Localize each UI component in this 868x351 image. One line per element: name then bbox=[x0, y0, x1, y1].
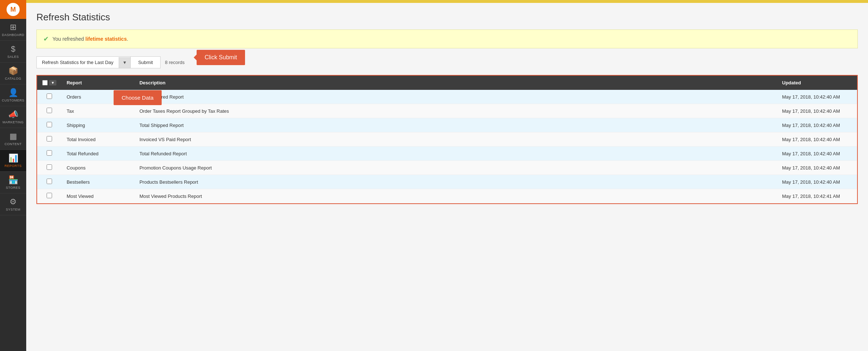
row-updated: May 17, 2018, 10:42:40 AM bbox=[777, 90, 857, 104]
row-description: Invoiced VS Paid Report bbox=[134, 132, 777, 147]
row-checkbox[interactable] bbox=[47, 150, 52, 156]
row-checkbox[interactable] bbox=[47, 136, 52, 141]
marketing-icon: 📣 bbox=[8, 110, 18, 119]
system-icon: ⚙ bbox=[9, 197, 17, 207]
sales-icon: $ bbox=[11, 44, 15, 54]
row-updated: May 17, 2018, 10:42:41 AM bbox=[777, 189, 857, 203]
logo-circle: M bbox=[7, 3, 20, 16]
system-label: SYSTEM bbox=[6, 208, 20, 211]
sidebar-item-catalog[interactable]: 📦CATALOG bbox=[0, 63, 26, 84]
catalog-icon: 📦 bbox=[8, 66, 18, 76]
row-checkbox[interactable] bbox=[47, 164, 52, 170]
row-checkbox-cell bbox=[37, 132, 62, 147]
row-checkbox-cell bbox=[37, 175, 62, 189]
sidebar-item-marketing[interactable]: 📣MARKETING bbox=[0, 106, 26, 128]
top-bar bbox=[26, 0, 868, 3]
logo-text: M bbox=[11, 6, 16, 13]
row-updated: May 17, 2018, 10:42:40 AM bbox=[777, 175, 857, 189]
content-label: CONTENT bbox=[5, 142, 22, 146]
row-checkbox[interactable] bbox=[47, 93, 52, 99]
reports-label: REPORTS bbox=[5, 164, 22, 168]
table-row: TaxOrder Taxes Report Grouped by Tax Rat… bbox=[37, 104, 857, 118]
table-container: Choose Data ▼ Report Description Updated bbox=[36, 75, 858, 204]
select-all-checkbox[interactable] bbox=[42, 80, 48, 85]
records-count: 8 records bbox=[165, 60, 185, 65]
reports-icon: 📊 bbox=[8, 153, 18, 163]
customers-icon: 👤 bbox=[8, 88, 18, 97]
check-icon: ✔ bbox=[43, 35, 49, 43]
row-checkbox-cell bbox=[37, 147, 62, 161]
sidebar-item-content[interactable]: ▦CONTENT bbox=[0, 128, 26, 150]
success-suffix: . bbox=[127, 36, 128, 42]
customers-label: CUSTOMERS bbox=[2, 99, 24, 102]
row-checkbox[interactable] bbox=[47, 122, 52, 127]
sidebar-item-customers[interactable]: 👤CUSTOMERS bbox=[0, 84, 26, 106]
tooltip-click-submit-label: Click Submit bbox=[205, 54, 237, 60]
row-checkbox[interactable] bbox=[47, 108, 52, 113]
row-report: Shipping bbox=[62, 118, 134, 132]
row-report: Total Refunded bbox=[62, 147, 134, 161]
row-checkbox-cell bbox=[37, 161, 62, 175]
catalog-label: CATALOG bbox=[5, 77, 21, 80]
th-checkbox: ▼ bbox=[37, 76, 62, 90]
row-report: Coupons bbox=[62, 161, 134, 175]
dropdown-arrow-icon[interactable]: ▼ bbox=[119, 57, 131, 68]
row-description: Order Taxes Report Grouped by Tax Rates bbox=[134, 104, 777, 118]
sidebar-item-stores[interactable]: 🏪STORES bbox=[0, 172, 26, 194]
table-row: Total RefundedTotal Refunded ReportMay 1… bbox=[37, 147, 857, 161]
table-header-row: ▼ Report Description Updated bbox=[37, 76, 857, 90]
sales-label: SALES bbox=[7, 55, 19, 59]
dropdown-group: Refresh Statistics for the Last Day ▼ bbox=[36, 56, 131, 68]
toolbar: Refresh Statistics for the Last Day ▼ Su… bbox=[36, 56, 858, 68]
sidebar-item-system[interactable]: ⚙SYSTEM bbox=[0, 194, 26, 215]
row-checkbox-cell bbox=[37, 189, 62, 203]
select-all-dropdown-icon[interactable]: ▼ bbox=[49, 80, 56, 85]
table-row: ShippingTotal Shipped ReportMay 17, 2018… bbox=[37, 118, 857, 132]
row-checkbox-cell bbox=[37, 118, 62, 132]
row-report: Total Invoiced bbox=[62, 132, 134, 147]
row-updated: May 17, 2018, 10:42:40 AM bbox=[777, 161, 857, 175]
success-highlight: lifetime statistics bbox=[86, 36, 127, 42]
row-description: Products Bestsellers Report bbox=[134, 175, 777, 189]
stores-icon: 🏪 bbox=[8, 175, 18, 185]
th-report: Report bbox=[62, 76, 134, 90]
row-checkbox-cell bbox=[37, 104, 62, 118]
sidebar-item-sales[interactable]: $SALES bbox=[0, 41, 26, 63]
content-area: Refresh Statistics ✔ You refreshed lifet… bbox=[26, 3, 868, 351]
refresh-dropdown[interactable]: Refresh Statistics for the Last Day bbox=[37, 57, 119, 68]
success-message: ✔ You refreshed lifetime statistics. bbox=[36, 29, 858, 48]
sidebar-item-dashboard[interactable]: ⊞DASHBOARD bbox=[0, 19, 26, 41]
row-updated: May 17, 2018, 10:42:40 AM bbox=[777, 132, 857, 147]
row-updated: May 17, 2018, 10:42:40 AM bbox=[777, 147, 857, 161]
dashboard-label: DASHBOARD bbox=[2, 33, 24, 37]
sidebar-logo: M bbox=[0, 0, 26, 19]
th-description: Description bbox=[134, 76, 777, 90]
content-icon: ▦ bbox=[9, 132, 17, 141]
click-submit-tooltip: Click Submit bbox=[197, 50, 245, 65]
row-description: Total Shipped Report bbox=[134, 118, 777, 132]
row-checkbox[interactable] bbox=[47, 179, 52, 184]
page-title: Refresh Statistics bbox=[36, 12, 858, 23]
sidebar: M ⊞DASHBOARD$SALES📦CATALOG👤CUSTOMERS📣MAR… bbox=[0, 0, 26, 351]
submit-button[interactable]: Submit bbox=[131, 56, 160, 68]
row-report: Tax bbox=[62, 104, 134, 118]
th-updated: Updated bbox=[777, 76, 857, 90]
success-text: You refreshed lifetime statistics. bbox=[52, 36, 128, 42]
main-area: Refresh Statistics ✔ You refreshed lifet… bbox=[26, 0, 868, 351]
table-row: Most ViewedMost Viewed Products ReportMa… bbox=[37, 189, 857, 203]
marketing-label: MARKETING bbox=[3, 120, 24, 124]
table-body: OrdersTotal Ordered ReportMay 17, 2018, … bbox=[37, 90, 857, 203]
dashboard-icon: ⊞ bbox=[10, 23, 16, 32]
table-row: CouponsPromotion Coupons Usage ReportMay… bbox=[37, 161, 857, 175]
table-row: Total InvoicedInvoiced VS Paid ReportMay… bbox=[37, 132, 857, 147]
row-checkbox[interactable] bbox=[47, 193, 52, 198]
sidebar-item-reports[interactable]: 📊REPORTS bbox=[0, 150, 26, 172]
row-checkbox-cell bbox=[37, 90, 62, 104]
row-description: Promotion Coupons Usage Report bbox=[134, 161, 777, 175]
row-description: Total Ordered Report bbox=[134, 90, 777, 104]
table-row: BestsellersProducts Bestsellers ReportMa… bbox=[37, 175, 857, 189]
success-prefix: You refreshed bbox=[52, 36, 84, 42]
stores-label: STORES bbox=[6, 186, 20, 190]
row-report: Most Viewed bbox=[62, 189, 134, 203]
row-updated: May 17, 2018, 10:42:40 AM bbox=[777, 118, 857, 132]
